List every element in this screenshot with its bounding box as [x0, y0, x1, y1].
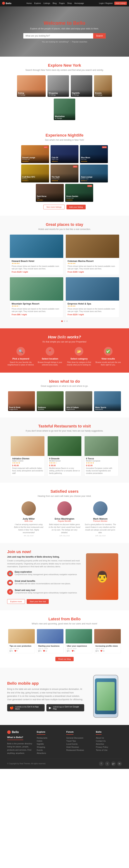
how-step: ✅ View results Browse results and pick t… [95, 347, 122, 366]
footer-link[interactable]: Contact Us [96, 740, 122, 742]
hero-search-button[interactable]: Search [93, 33, 106, 38]
footer-col-explore: Explore Restaurants Hotels Nightlife Sho… [37, 730, 63, 755]
nightlife-section: Experience Nightlife See what's hot and … [0, 127, 129, 216]
footer-link[interactable]: Hotel Reviews [66, 746, 92, 748]
footer-link[interactable]: About Us [96, 737, 122, 739]
footer-explore-title: Explore [37, 731, 45, 735]
place-card[interactable]: Mountain Springs Resort ★★★★☆ Prices sho… [10, 277, 63, 318]
hero-title: Welcome to Bello [23, 20, 106, 26]
explore-card[interactable]: Events15 listings [94, 75, 112, 97]
footer-link[interactable]: Attractions [37, 752, 63, 754]
footer-link[interactable]: Local Events [66, 743, 92, 745]
footer-link[interactable]: Restaurant Reviews [66, 749, 92, 751]
latest-section: Latest from Bello What's new and upcomin… [0, 610, 129, 668]
how-section: How Bello works? It's that simple you ca… [0, 328, 129, 373]
footer-col-forum: Forum General Discussion Travel Tips Loc… [66, 730, 92, 755]
place-image [10, 277, 63, 301]
app-store-button[interactable]: 🍎 Available on the Get it on App Store [7, 704, 44, 711]
ideas-subtitle: Great suggestions on what to do and wher… [7, 385, 122, 387]
latest-card[interactable]: Increasing profile views July 8, 2018 💬 … [94, 629, 121, 653]
restaurants-title: Tasteful Restaurants to visit [7, 424, 122, 429]
nightlife-card[interactable]: Aqua LoungeBeach Club★★★☆☆ [80, 164, 108, 182]
nightlife-grid: HOT Sunset LoungeRooftop Bar★★★★★ Club 5… [7, 145, 122, 202]
footer-link[interactable]: Restaurants [37, 737, 63, 739]
start-trial-button[interactable]: Start your free trial [27, 599, 49, 604]
footer-link[interactable]: Nightlife [37, 743, 63, 745]
footer-copyright: © Copyright by Real Themes. All rights r… [7, 763, 46, 765]
users-title: Satisfied users [7, 489, 122, 494]
google-play-button[interactable]: ▶ Android App on Get it on Google Play [46, 704, 84, 711]
read-blog-button[interactable]: Read our blog [55, 657, 73, 661]
how-step: 📂 Select category Filter down by categor… [65, 347, 93, 366]
nightlife-card[interactable]: Craft Beer NYCBrewery★★★★☆ [21, 164, 49, 182]
user-avatar-1 [22, 501, 36, 516]
latest-card[interactable]: Starting your business July 12, 2018 💬 5… [37, 629, 64, 653]
nav-blog[interactable]: Blog [53, 2, 57, 4]
phone-illustration [93, 675, 118, 718]
idea-card[interactable]: OutdoorsActivities [37, 391, 64, 411]
explore-more-button[interactable]: Explore more [7, 599, 25, 604]
explore-grid: Eating24 listings Shopping18 listings Ni… [7, 75, 122, 120]
restaurant-card[interactable]: Il Girasole Mediterranean ★★★★☆ $ 38.00 … [47, 436, 82, 476]
explore-card[interactable]: Eating24 listings [17, 75, 46, 97]
nav-login[interactable]: Login / Register [99, 2, 113, 4]
nav-pages[interactable]: Pages [59, 2, 65, 4]
social-linkedin[interactable]: in [117, 762, 122, 766]
add-listing-button[interactable]: Add your listing [66, 205, 86, 209]
page-dot-2[interactable] [64, 320, 65, 322]
explore-card[interactable]: Manhattan41 listings [54, 99, 75, 120]
nightlife-card[interactable]: HOT The VaultCocktail Bar★★★★★ [51, 164, 78, 182]
how-step-label-2: Select location [36, 358, 64, 360]
footer-link[interactable]: Terms of Use [96, 749, 122, 751]
social-google[interactable]: g+ [111, 762, 116, 766]
place-image [10, 235, 63, 258]
place-card[interactable]: Empress Hotel & Spa ★★★★★ Prices shown b… [66, 277, 119, 318]
see-more-button[interactable]: See more listings [43, 205, 65, 209]
footer-link[interactable]: Events [37, 749, 63, 751]
footer-link[interactable]: Privacy Policy [96, 746, 122, 748]
page-dot-1[interactable] [61, 320, 63, 322]
nightlife-card[interactable]: NEW Green GardenGarden Bar★★★★★ [65, 184, 93, 202]
hero-search-input[interactable] [23, 33, 93, 38]
nightlife-card[interactable]: Club 54Night Club★★★★☆ [51, 145, 78, 163]
idea-card[interactable]: Food & DrinkSuggestions [8, 391, 35, 411]
idea-card[interactable]: Arts & CultureExperiences [65, 391, 92, 411]
nightlife-card[interactable]: Dark HorsePub★★★★☆ [36, 184, 64, 202]
how-step-desc-3: Filter down by category to find exactly … [65, 361, 93, 366]
nav-home[interactable]: Home [27, 2, 32, 4]
footer-link[interactable]: Hotels [37, 740, 63, 742]
map-illustration [97, 682, 115, 711]
restaurant-card[interactable]: Il Tocco Modern European ★★★★★ $ 52.00 I… [85, 436, 119, 476]
footer-link[interactable]: Shopping [37, 746, 63, 748]
explore-card[interactable]: Nightlife32 listings [71, 75, 92, 97]
user-card: Judy Miller Bello User I had an amazing … [12, 501, 45, 537]
hero-content: Welcome to Bello Explore all the people … [23, 20, 106, 43]
nightlife-card[interactable]: HOT Sunset LoungeRooftop Bar★★★★★ [21, 145, 49, 163]
idea-card[interactable]: Water SportsAdventures [94, 391, 121, 411]
social-facebook[interactable]: f [99, 762, 103, 766]
footer-link[interactable]: General Discussion [66, 737, 92, 739]
logo-dot [2, 2, 5, 5]
hero-section: Welcome to Bello Explore all the people … [0, 6, 129, 57]
nav-shop[interactable]: Shop [67, 2, 72, 4]
join-features: 🗺️ Easy exploration Comprehensive listin… [7, 571, 83, 596]
footer-link[interactable]: Advertise [96, 743, 122, 745]
nav-homepage[interactable]: Homepage [74, 2, 84, 4]
restaurant-card[interactable]: Adriatico Dioneo Italian Cuisine ★★★★★ $… [10, 436, 44, 476]
place-card[interactable]: Coleman Marina Resort ★★★★★ Prices shown… [66, 235, 119, 275]
nav-add-listing[interactable]: Add Listing [114, 2, 127, 5]
latest-card[interactable]: Uber your experience July 10, 2018 💬 2 ❤… [65, 629, 92, 653]
explore-card[interactable]: Shopping18 listings [47, 75, 69, 97]
nav-listings[interactable]: Listings [43, 2, 50, 4]
place-card[interactable]: Howard Beach Hotel ★★★★★ Prices shown be… [10, 235, 63, 275]
logo[interactable]: Bello [2, 2, 11, 5]
footer-bello-title: Bello [96, 731, 102, 735]
footer-link[interactable]: Travel Tips [66, 740, 92, 742]
social-twitter[interactable]: t [105, 762, 110, 766]
nav-explore[interactable]: Explore [34, 2, 41, 4]
page-dot-3[interactable] [66, 320, 68, 322]
hero-subtitle: Explore all the people of places, visit … [23, 27, 106, 30]
latest-card[interactable]: Tips on over protection July 14, 2018 💬 … [8, 629, 35, 653]
join-title: Join us now! [7, 550, 83, 554]
nightlife-card[interactable]: NEW Blue MoonJazz Bar★★★★★ [80, 145, 108, 163]
